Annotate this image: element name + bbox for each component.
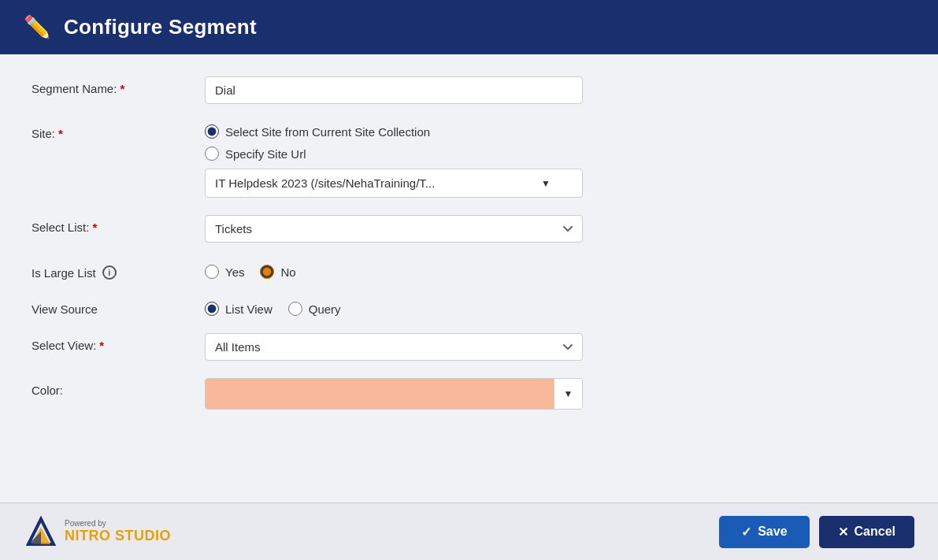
view-source-row: View Source List View Query	[32, 297, 906, 316]
save-button[interactable]: ✓ Save	[719, 516, 809, 548]
check-icon: ✓	[741, 525, 751, 540]
dialog-header: ✏️ Configure Segment	[0, 0, 938, 54]
is-large-list-radio-group: Yes No	[205, 260, 583, 279]
view-source-control: List View Query	[205, 297, 583, 316]
brand-name: NITRO STUDIO	[65, 528, 171, 544]
color-swatch[interactable]	[206, 379, 554, 409]
is-large-list-label: Is Large List i	[32, 260, 205, 280]
color-dropdown-button[interactable]: ▼	[554, 379, 582, 409]
dialog-footer: Powered by NITRO STUDIO ✓ Save ✕ Cancel	[0, 503, 938, 560]
view-source-query-radio[interactable]	[288, 302, 302, 316]
is-large-list-control: Yes No	[205, 260, 583, 279]
segment-name-label: Segment Name:*	[32, 76, 205, 95]
color-dropdown-arrow-icon: ▼	[564, 388, 573, 399]
select-list-control: Tickets	[205, 215, 583, 243]
site-radio-group: Select Site from Current Site Collection…	[205, 121, 583, 161]
site-dropdown-button[interactable]: IT Helpdesk 2023 (/sites/NehaTraining/T.…	[205, 169, 583, 198]
view-source-listview-radio[interactable]	[205, 302, 219, 316]
save-label: Save	[758, 525, 787, 539]
color-label: Color:	[32, 378, 205, 397]
nitro-logo: Powered by NITRO STUDIO	[24, 514, 171, 549]
site-radio-specify[interactable]	[205, 146, 219, 161]
pencil-icon: ✏️	[24, 14, 51, 40]
select-view-row: Select View:* All Items	[32, 333, 906, 361]
brand-name-highlight: NITRO	[65, 528, 111, 543]
brand-name-rest: STUDIO	[111, 528, 172, 543]
segment-name-input[interactable]	[205, 76, 583, 104]
view-source-label: View Source	[32, 297, 205, 316]
view-source-listview-option[interactable]: List View	[205, 302, 273, 316]
large-list-no-option[interactable]: No	[260, 265, 295, 279]
is-large-list-row: Is Large List i Yes No	[32, 260, 906, 280]
segment-name-control	[205, 76, 583, 104]
site-radio-current[interactable]	[205, 124, 219, 139]
site-dropdown-wrapper: IT Helpdesk 2023 (/sites/NehaTraining/T.…	[205, 169, 583, 198]
select-view-label: Select View:*	[32, 333, 205, 352]
segment-name-row: Segment Name:*	[32, 76, 906, 104]
color-picker-wrapper: ▼	[205, 378, 583, 410]
dialog-title: Configure Segment	[64, 15, 257, 39]
form-body: Segment Name:* Site:* Select Site from C…	[0, 54, 938, 503]
powered-by-text: Powered by	[65, 519, 171, 528]
nitro-logo-icon	[24, 514, 58, 549]
view-source-query-option[interactable]: Query	[288, 302, 341, 316]
site-option-specify[interactable]: Specify Site Url	[205, 146, 583, 161]
nitro-logo-text: Powered by NITRO STUDIO	[65, 519, 171, 544]
large-list-no-radio[interactable]	[260, 265, 274, 279]
site-row: Site:* Select Site from Current Site Col…	[32, 121, 906, 198]
info-icon[interactable]: i	[102, 265, 117, 280]
large-list-yes-option[interactable]: Yes	[205, 265, 244, 279]
site-option-current[interactable]: Select Site from Current Site Collection	[205, 124, 583, 139]
select-view-dropdown[interactable]: All Items	[205, 333, 583, 361]
select-list-label: Select List:*	[32, 215, 205, 234]
site-dropdown-arrow-icon: ▼	[541, 178, 551, 189]
x-icon: ✕	[838, 525, 848, 540]
view-source-radio-group: List View Query	[205, 297, 583, 316]
large-list-yes-radio[interactable]	[205, 265, 219, 279]
cancel-label: Cancel	[855, 525, 895, 539]
site-control: Select Site from Current Site Collection…	[205, 121, 583, 198]
select-list-row: Select List:* Tickets	[32, 215, 906, 243]
footer-buttons: ✓ Save ✕ Cancel	[719, 516, 914, 548]
select-view-control: All Items	[205, 333, 583, 361]
cancel-button[interactable]: ✕ Cancel	[819, 516, 914, 548]
color-control: ▼	[205, 378, 583, 410]
select-list-dropdown[interactable]: Tickets	[205, 215, 583, 243]
color-row: Color: ▼	[32, 378, 906, 410]
site-label: Site:*	[32, 121, 205, 140]
